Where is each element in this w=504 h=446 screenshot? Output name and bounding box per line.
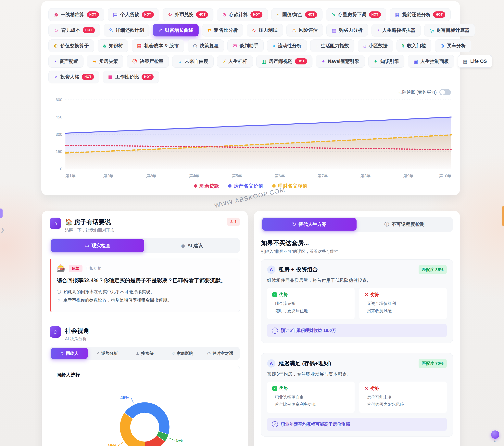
option-card[interactable]: A延迟满足 (存钱+理财)匹配度 70%暂缓3年购房，专注职业发展与资本积累。✓…: [261, 353, 453, 437]
cons-box: ✕劣势· 无资产增值红利· 房东收房风险: [359, 288, 447, 319]
hot-badge: HOT: [82, 74, 94, 80]
nav-chip[interactable]: ◎一线精准算HOT: [48, 8, 104, 21]
skull-icon: ☹: [132, 59, 137, 64]
nav-chip-label: 详细还款计划: [116, 27, 144, 33]
social-tab[interactable]: ◷跨时空对话: [202, 348, 239, 359]
wallet-icon: ▤: [332, 28, 337, 33]
arrow-down-icon: ↓: [316, 43, 318, 48]
nav-chip-label: 知识引擎: [380, 58, 399, 64]
alternatives-tab[interactable]: ↻替代人生方案: [262, 218, 357, 231]
nav-chip[interactable]: ¥收入门槛: [396, 39, 431, 52]
nav-chip[interactable]: ✉谈判助手: [227, 39, 264, 52]
option-footer: ✓预计5年累积理财收益 18.0万: [267, 324, 447, 337]
alternatives-tab[interactable]: ⓘ不可逆程度检测: [357, 218, 452, 231]
nav-chip[interactable]: ⊙买车分析: [435, 39, 471, 52]
left-edge-tab[interactable]: [0, 209, 2, 218]
refresh-icon: ↻: [292, 222, 296, 227]
nav-chip[interactable]: ☺育儿成本HOT: [48, 24, 100, 37]
legend-label: 理财名义净值: [278, 183, 307, 189]
nav-chip[interactable]: ▤个人贷款HOT: [108, 8, 159, 21]
path-simulator-icon: ◔: [377, 28, 380, 33]
nav-chip[interactable]: ▣人生控制面板: [408, 55, 454, 68]
nav-chip[interactable]: ⇄租售比分析: [202, 24, 243, 37]
nav-chip[interactable]: ⊕价值交换算子: [48, 39, 94, 52]
nav-chip[interactable]: ⊙存款计算HOT: [217, 8, 268, 21]
tab-label: 逆势分析: [101, 351, 118, 356]
nav-chip[interactable]: ▣工作性价比HOT: [103, 71, 159, 83]
svg-text:0: 0: [60, 167, 62, 171]
social-tab[interactable]: ☺同龄人: [51, 348, 88, 359]
reality-card: ⌂ 🏠 房子有话要说 清醒一下，让我们面对现实 ⚠ 1 ▭现实检查◉AI 建议 …: [42, 211, 248, 446]
nav-chip[interactable]: ≈流动性分析: [267, 39, 307, 52]
nav-chip[interactable]: ⌂国债/黄金HOT: [271, 8, 322, 21]
briefcase-icon: ▣: [108, 75, 113, 79]
cons-item: · 房价可能上涨: [364, 394, 442, 401]
nav-chip-label: 压力测试: [259, 27, 278, 33]
nav-chip[interactable]: ↻外币兑换HOT: [163, 8, 214, 21]
nav-chip[interactable]: ↘存量房贷下调HOT: [326, 8, 386, 21]
nav-chip[interactable]: ▤购买力分析: [326, 24, 368, 37]
nav-chip[interactable]: ▦机会成本 & 股市: [132, 39, 184, 52]
nav-chip[interactable]: ▦Life OS: [458, 55, 492, 68]
legend-item[interactable]: 理财名义净值: [272, 183, 307, 189]
car-icon: ⊙: [440, 43, 444, 48]
reality-tab[interactable]: ◉AI 建议: [145, 239, 239, 252]
peers-icon: ☺: [50, 326, 61, 338]
social-tab[interactable]: ♡家庭影响: [164, 348, 201, 359]
nav-chip[interactable]: ◎财富目标计算器: [424, 24, 475, 37]
nav-chip[interactable]: ✦知识引擎: [368, 55, 405, 68]
peer-panel-title: 同龄人选择: [56, 372, 233, 378]
left-edge-chevron-icon[interactable]: ❯: [0, 227, 4, 233]
social-titles: 社会视角 AI 决策分析: [65, 326, 89, 342]
nav-chip[interactable]: ⚡人生杠杆: [217, 55, 253, 68]
nav-chip-label: 买车分析: [447, 42, 466, 49]
wealth-growth-card: ◎一线精准算HOT▤个人贷款HOT↻外币兑换HOT⊙存款计算HOT⌂国债/黄金H…: [41, 1, 460, 195]
nav-chip[interactable]: ∿压力测试: [247, 24, 283, 37]
nav-chip[interactable]: ▦提前还贷分析HOT: [390, 8, 451, 21]
nav-chip[interactable]: ☹决策尸检室: [127, 55, 169, 68]
nav-chip[interactable]: ⚠风险评估: [287, 24, 323, 37]
social-tab[interactable]: ♟接盘侠: [126, 348, 163, 359]
option-card[interactable]: A租房 + 投资组合匹配度 85%继续租住同品质房屋，将首付用于低风险稳健投资。…: [261, 259, 453, 343]
nav-row: ◔资产配置↪卖房决策☹决策尸检室☼未来自由度⚡人生杠杆▥房产鄙视链HOT✦Nav…: [48, 55, 454, 68]
nav-chip[interactable]: ✎详细还款计划: [104, 24, 149, 37]
inflation-toggle[interactable]: [439, 89, 451, 95]
nav-chip[interactable]: ▥房产鄙视链HOT: [256, 55, 312, 68]
warning-note: ☼重新审视你的参数设置，特别是增值率和租金回报预期。: [57, 297, 234, 303]
nav-chip[interactable]: ✧投资人格HOT: [48, 71, 99, 83]
nav-chip[interactable]: ◔人生路径模拟器: [372, 24, 421, 37]
history-clock-icon: ◷: [193, 43, 197, 48]
nav-chip[interactable]: ◷决策复盘: [188, 39, 224, 52]
ai-fab-label: AI: [494, 440, 497, 443]
nav-chip[interactable]: ◔资产配置: [48, 55, 84, 68]
nav-chip[interactable]: ↪卖房决策: [87, 55, 123, 68]
ai-fab[interactable]: [491, 430, 499, 439]
svg-text:5%: 5%: [176, 438, 183, 443]
reality-tab[interactable]: ▭现实检查: [51, 239, 144, 252]
nav-chip-label: 提前还贷分析: [402, 11, 431, 18]
nav-chip[interactable]: ↗财富增长曲线: [153, 24, 199, 37]
nav-chip[interactable]: ☼未来自由度: [172, 55, 214, 68]
nav-chip[interactable]: ♣知识树: [98, 39, 128, 52]
nav-row: ☺育儿成本HOT✎详细还款计划↗财富增长曲线⇄租售比分析∿压力测试⚠风险评估▤购…: [48, 24, 454, 37]
growth-curve-icon: ↗: [158, 28, 162, 33]
nav-chip[interactable]: ✦Naval智慧引擎: [316, 55, 365, 68]
globe-icon: ☼: [178, 59, 182, 64]
warning-head: 🎰 危险 回报幻想: [57, 264, 234, 272]
legend-item[interactable]: 房产名义价值: [228, 183, 263, 189]
nav-chip[interactable]: ↓生活阻力指数: [310, 39, 354, 52]
nav-row: ✧投资人格HOT▣工作性价比HOT: [48, 71, 454, 83]
pros-label: ✓优势: [272, 386, 349, 391]
social-tab[interactable]: ↗逆势分析: [89, 348, 126, 359]
risk-warning-panel: 🎰 危险 回报幻想 综合回报率52.4%？你确定买的是房子不是彩票？巴菲特看了都…: [50, 259, 240, 312]
right-edge-tab[interactable]: [502, 206, 504, 226]
peers-icon: ☺: [60, 351, 64, 355]
inflation-toggle-row: 去除通胀 (看购买力): [41, 83, 460, 95]
legend-item[interactable]: 剩余贷款: [194, 183, 219, 189]
legend-dot: [194, 184, 197, 188]
nav-chip[interactable]: ⌂小区数据: [358, 39, 393, 52]
warning-note-text: 重新审视你的参数设置，特别是增值率和租金回报预期。: [63, 297, 171, 303]
svg-text:35%: 35%: [107, 443, 116, 446]
social-section-header: ☺ 社会视角 AI 决策分析: [50, 326, 240, 342]
warning-headline: 综合回报率52.4%？你确定买的是房子不是彩票？巴菲特看了都要沉默。: [57, 276, 234, 285]
